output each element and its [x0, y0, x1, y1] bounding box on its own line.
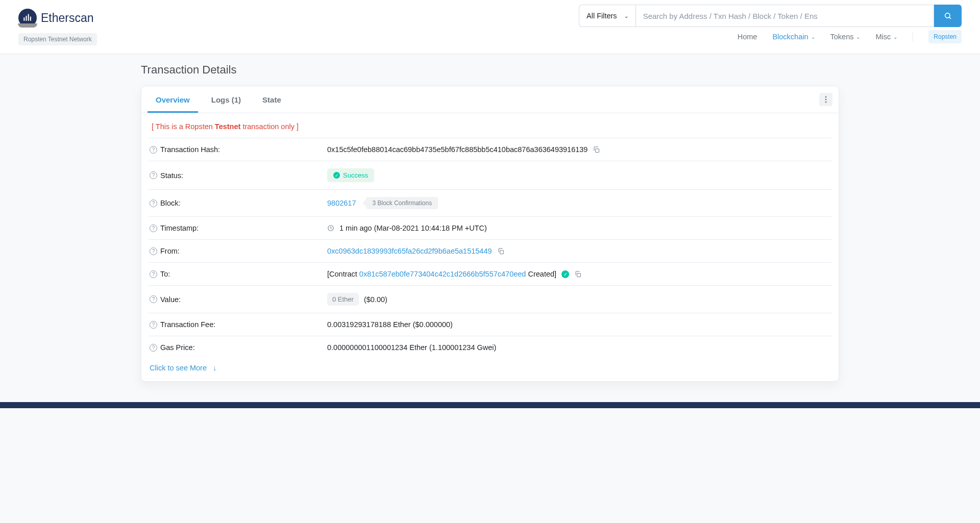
logo-text: Etherscan — [41, 11, 94, 25]
row-status: ? Status: ✓ Success — [149, 161, 831, 189]
value-gas-price: 0.000000001100001234 Ether (1.100001234 … — [327, 343, 496, 352]
value-badge: 0 Ether — [327, 293, 359, 306]
copy-icon[interactable] — [497, 247, 505, 255]
filter-dropdown[interactable]: All Filters ⌄ — [579, 5, 635, 27]
value-txn-hash: 0x15c5fe0feb88014cac69bb4735e5bf67fc885b… — [327, 145, 587, 154]
help-icon[interactable]: ? — [150, 247, 157, 255]
value-timestamp: 1 min ago (Mar-08-2021 10:44:18 PM +UTC) — [339, 224, 487, 232]
label-timestamp: Timestamp: — [160, 224, 199, 232]
to-address-link[interactable]: 0x81c587eb0fe773404c42c1d2666b5f557c470e… — [359, 270, 526, 278]
label-from: From: — [160, 247, 180, 255]
svg-point-3 — [825, 99, 827, 101]
dots-vertical-icon — [825, 96, 827, 103]
help-icon[interactable]: ? — [150, 295, 157, 303]
row-gas-price: ? Gas Price: 0.000000001100001234 Ether … — [149, 336, 831, 359]
check-circle-icon: ✓ — [333, 172, 340, 179]
help-icon[interactable]: ? — [150, 344, 157, 352]
footer-bar — [0, 402, 980, 408]
row-txn-fee: ? Transaction Fee: 0.00319293178188 Ethe… — [149, 313, 831, 336]
value-usd: ($0.00) — [364, 295, 387, 304]
label-gas-price: Gas Price: — [160, 343, 195, 352]
row-txn-hash: ? Transaction Hash: 0x15c5fe0feb88014cac… — [149, 138, 831, 161]
page-title: Transaction Details — [141, 63, 839, 77]
chevron-down-icon: ⌄ — [856, 34, 860, 40]
arrow-down-icon: ↓ — [213, 364, 216, 372]
tab-state[interactable]: State — [254, 90, 289, 113]
help-icon[interactable]: ? — [150, 225, 157, 232]
copy-icon[interactable] — [574, 270, 582, 278]
chevron-down-icon: ⌄ — [893, 34, 897, 40]
logo-icon — [18, 9, 37, 27]
help-icon[interactable]: ? — [150, 270, 157, 278]
label-txn-hash: Transaction Hash: — [160, 145, 220, 154]
block-link[interactable]: 9802617 — [327, 199, 356, 207]
filter-label: All Filters — [586, 12, 617, 20]
svg-rect-8 — [577, 273, 581, 277]
nav-blockchain[interactable]: Blockchain ⌄ — [772, 33, 815, 41]
nav-tokens[interactable]: Tokens ⌄ — [830, 33, 861, 41]
row-block: ? Block: 9802617 3 Block Confirmations — [149, 189, 831, 216]
chevron-down-icon: ⌄ — [811, 34, 815, 40]
ropsten-button[interactable]: Ropsten — [928, 30, 962, 43]
nav-home[interactable]: Home — [738, 33, 757, 41]
tab-logs[interactable]: Logs (1) — [203, 90, 249, 113]
tab-overview[interactable]: Overview — [148, 90, 198, 113]
row-timestamp: ? Timestamp: 1 min ago (Mar-08-2021 10:4… — [149, 216, 831, 239]
search-input[interactable] — [635, 5, 934, 27]
svg-point-2 — [825, 96, 827, 98]
svg-rect-5 — [596, 148, 599, 152]
label-value: Value: — [160, 295, 181, 304]
clock-icon — [327, 225, 334, 232]
search-button[interactable] — [934, 5, 962, 27]
help-icon[interactable]: ? — [150, 146, 157, 154]
testnet-warning: [ This is a Ropsten Testnet transaction … — [152, 122, 831, 131]
value-to: [Contract 0x81c587eb0fe773404c42c1d2666b… — [327, 270, 556, 278]
help-icon[interactable]: ? — [150, 171, 157, 179]
help-icon[interactable]: ? — [150, 321, 157, 329]
svg-point-0 — [945, 13, 950, 18]
nav-divider — [913, 32, 913, 42]
verified-icon: ✓ — [561, 270, 569, 278]
more-button[interactable] — [819, 93, 832, 106]
copy-icon[interactable] — [593, 146, 600, 154]
row-value: ? Value: 0 Ether ($0.00) — [149, 285, 831, 313]
value-txn-fee: 0.00319293178188 Ether ($0.000000) — [327, 320, 453, 329]
svg-point-4 — [825, 102, 827, 103]
row-from: ? From: 0xc0963dc1839993fc65fa26cd2f9b6a… — [149, 239, 831, 262]
label-status: Status: — [160, 171, 183, 180]
chevron-down-icon: ⌄ — [624, 13, 628, 19]
confirmations-badge: 3 Block Confirmations — [366, 197, 438, 209]
label-block: Block: — [160, 199, 181, 207]
transaction-card: Overview Logs (1) State [ This is a Rops… — [141, 86, 839, 382]
label-to: To: — [160, 270, 170, 278]
search-icon — [944, 12, 952, 20]
network-badge: Ropsten Testnet Network — [18, 33, 97, 45]
svg-line-1 — [949, 17, 951, 19]
nav-misc[interactable]: Misc ⌄ — [875, 33, 897, 41]
see-more-link[interactable]: Click to see More ↓ — [149, 364, 216, 372]
label-txn-fee: Transaction Fee: — [160, 320, 215, 329]
svg-rect-7 — [500, 250, 503, 254]
help-icon[interactable]: ? — [150, 200, 157, 207]
from-address-link[interactable]: 0xc0963dc1839993fc65fa26cd2f9b6ae5a15154… — [327, 247, 492, 255]
status-badge: ✓ Success — [327, 168, 374, 182]
logo[interactable]: Etherscan — [18, 9, 97, 27]
row-to: ? To: [Contract 0x81c587eb0fe773404c42c1… — [149, 262, 831, 285]
